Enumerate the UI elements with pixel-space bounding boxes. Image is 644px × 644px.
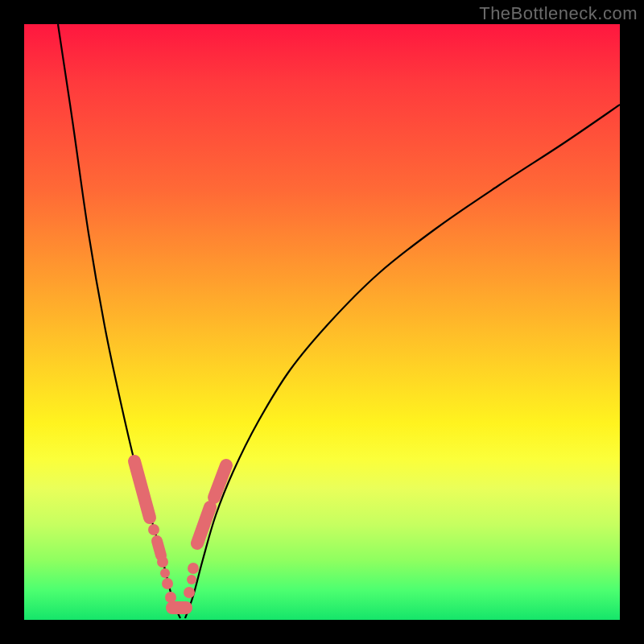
marker-dot <box>148 524 159 535</box>
plot-area <box>24 24 620 620</box>
marker-dot <box>187 575 196 584</box>
marker-pill <box>157 541 161 555</box>
chart-svg <box>24 24 620 620</box>
curve-right-branch <box>185 105 620 618</box>
marker-pill <box>134 461 150 518</box>
marker-dot <box>160 568 170 578</box>
marker-dot <box>184 587 195 598</box>
marker-group <box>134 461 226 608</box>
marker-dot <box>157 556 168 568</box>
curve-left-branch <box>58 24 180 618</box>
marker-dot <box>162 578 173 589</box>
watermark-text: TheBottleneck.com <box>479 3 638 24</box>
marker-dot <box>188 563 199 574</box>
marker-dot <box>165 592 176 603</box>
frame: TheBottleneck.com <box>0 0 644 644</box>
